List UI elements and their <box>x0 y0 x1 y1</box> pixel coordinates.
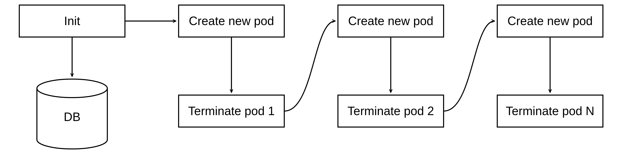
node-create-2: Create new pod <box>338 5 444 37</box>
node-init: Init <box>19 5 125 37</box>
node-terminate-n-label: Terminate pod N <box>506 104 594 118</box>
arrow-terminate1-create2 <box>284 21 336 111</box>
flow-diagram: Init DB Create new pod Terminate pod 1 C… <box>0 0 644 156</box>
node-create-3-label: Create new pod <box>508 14 593 28</box>
node-create-1: Create new pod <box>178 5 284 37</box>
node-create-3: Create new pod <box>497 5 603 37</box>
node-db: DB <box>37 79 107 149</box>
node-create-1-label: Create new pod <box>189 14 274 28</box>
node-init-label: Init <box>64 14 80 28</box>
node-terminate-2: Terminate pod 2 <box>338 95 444 127</box>
node-terminate-2-label: Terminate pod 2 <box>348 104 434 118</box>
arrow-terminate2-create3 <box>444 21 495 111</box>
node-terminate-1: Terminate pod 1 <box>178 95 284 127</box>
node-terminate-n: Terminate pod N <box>497 95 603 127</box>
node-terminate-1-label: Terminate pod 1 <box>188 104 275 118</box>
node-db-label: DB <box>64 110 80 124</box>
svg-point-1 <box>37 79 107 98</box>
node-create-2-label: Create new pod <box>348 14 433 28</box>
